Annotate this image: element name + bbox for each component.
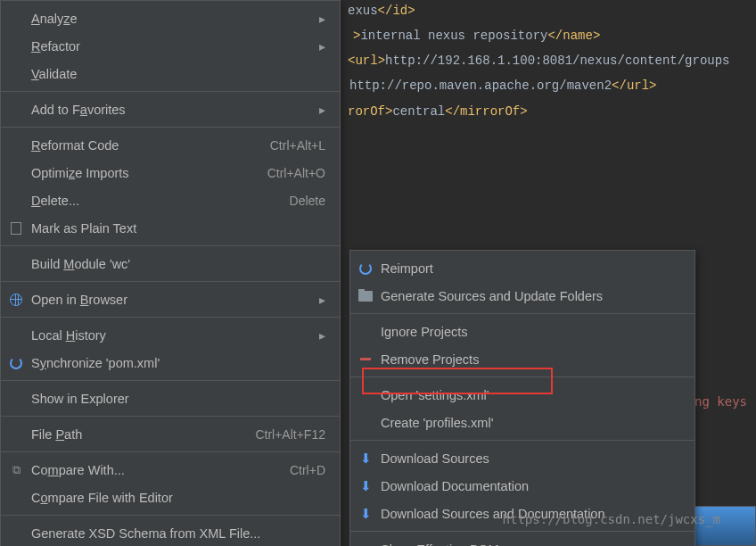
submenu-show-pom[interactable]: Show Effective POM bbox=[350, 535, 694, 546]
shortcut: Ctrl+D bbox=[290, 463, 325, 477]
menu-separator bbox=[350, 440, 694, 441]
submenu-arrow-icon: ▸ bbox=[319, 12, 325, 26]
menu-separator bbox=[1, 317, 340, 318]
menu-reformat[interactable]: Reformat Code Ctrl+Alt+L bbox=[1, 131, 340, 159]
menu-separator bbox=[1, 380, 340, 381]
code-line: >internal nexus repository</name> bbox=[353, 29, 600, 43]
menu-plaintext[interactable]: Mark as Plain Text bbox=[1, 214, 340, 242]
blank-icon bbox=[6, 66, 26, 82]
menu-label: Generate Sources and Update Folders bbox=[381, 289, 680, 303]
menu-label: Create 'profiles.xml' bbox=[381, 416, 680, 430]
blank-icon bbox=[6, 165, 26, 181]
menu-label: Compare With... bbox=[31, 463, 290, 477]
blank-icon bbox=[6, 102, 26, 118]
submenu-generate[interactable]: Generate Sources and Update Folders bbox=[350, 282, 694, 310]
download-icon: ⬇ bbox=[356, 451, 375, 467]
submenu-create-profiles[interactable]: Create 'profiles.xml' bbox=[350, 409, 694, 436]
menu-compare-file[interactable]: Compare File with Editor bbox=[1, 484, 340, 511]
refresh-icon bbox=[356, 261, 375, 277]
download-icon: ⬇ bbox=[356, 478, 375, 494]
code-line: http://repo.maven.apache.org/maven2</url… bbox=[349, 79, 657, 93]
blank-icon bbox=[6, 11, 26, 27]
submenu-arrow-icon: ▸ bbox=[319, 328, 325, 343]
menu-label: Ignore Projects bbox=[381, 325, 680, 339]
menu-filepath[interactable]: File Path Ctrl+Alt+F12 bbox=[1, 420, 340, 448]
folder-icon bbox=[356, 288, 375, 304]
remove-icon bbox=[356, 352, 375, 368]
menu-validate[interactable]: Validate bbox=[1, 60, 340, 87]
refresh-icon bbox=[6, 355, 26, 371]
maven-submenu: Reimport Generate Sources and Update Fol… bbox=[349, 250, 695, 546]
menu-label: Optimize Imports bbox=[31, 166, 267, 180]
blank-icon bbox=[356, 542, 375, 547]
code-line: <url>http://192.168.1.100:8081/nexus/con… bbox=[348, 54, 730, 68]
menu-label: Refactor bbox=[31, 39, 308, 54]
menu-label: Mark as Plain Text bbox=[31, 221, 325, 236]
submenu-arrow-icon: ▸ bbox=[319, 103, 325, 117]
menu-label: File Path bbox=[31, 427, 255, 442]
menu-sync[interactable]: Synchronize 'pom.xml' bbox=[1, 349, 340, 376]
menu-favorites[interactable]: Add to Favorites ▸ bbox=[1, 95, 340, 123]
menu-label: Reimport bbox=[381, 261, 680, 276]
menu-separator bbox=[350, 531, 694, 532]
xml-url: http://192.168.1.100:8081/nexus/content/… bbox=[385, 54, 729, 68]
menu-label: Download Documentation bbox=[381, 479, 680, 493]
submenu-ignore[interactable]: Ignore Projects bbox=[350, 318, 694, 345]
submenu-reimport[interactable]: Reimport bbox=[350, 254, 694, 282]
menu-xsd[interactable]: Generate XSD Schema from XML File... bbox=[1, 519, 340, 546]
shortcut: Delete bbox=[290, 194, 325, 208]
blank-icon bbox=[6, 327, 26, 343]
blank-icon bbox=[6, 391, 26, 407]
menu-label: Open 'settings.xml' bbox=[381, 388, 680, 402]
blank-icon bbox=[6, 525, 26, 542]
submenu-remove[interactable]: Remove Projects bbox=[350, 345, 694, 373]
menu-explorer[interactable]: Show in Explorer bbox=[1, 385, 340, 412]
menu-label: Remove Projects bbox=[381, 352, 680, 367]
submenu-dl-docs[interactable]: ⬇ Download Documentation bbox=[350, 472, 694, 500]
menu-separator bbox=[1, 515, 340, 516]
shortcut: Ctrl+Alt+F12 bbox=[255, 427, 325, 442]
menu-label: Generate XSD Schema from XML File... bbox=[31, 526, 325, 541]
menu-label: Reformat Code bbox=[31, 138, 270, 153]
menu-compare[interactable]: ⧉ Compare With... Ctrl+D bbox=[1, 456, 340, 484]
menu-build[interactable]: Build Module 'wc' bbox=[1, 250, 340, 277]
xml-text: exus bbox=[348, 4, 378, 18]
menu-analyze[interactable]: Analyze ▸ bbox=[1, 4, 340, 32]
code-line: exus</id> bbox=[348, 4, 415, 18]
shortcut: Ctrl+Alt+L bbox=[270, 138, 325, 153]
menu-browser[interactable]: Open in Browser ▸ bbox=[1, 285, 340, 313]
menu-separator bbox=[1, 127, 340, 128]
blank-icon bbox=[356, 324, 375, 340]
blank-icon bbox=[356, 415, 375, 431]
globe-icon bbox=[6, 292, 26, 308]
menu-refactor[interactable]: Refactor ▸ bbox=[1, 32, 340, 60]
submenu-dl-sources[interactable]: ⬇ Download Sources bbox=[350, 444, 694, 472]
menu-separator bbox=[1, 416, 340, 417]
blank-icon bbox=[356, 387, 375, 403]
menu-separator bbox=[1, 245, 340, 246]
blank-icon bbox=[6, 490, 26, 506]
menu-optimize[interactable]: Optimize Imports Ctrl+Alt+O bbox=[1, 159, 340, 186]
menu-label: Build Module 'wc' bbox=[31, 257, 325, 271]
blank-icon bbox=[6, 38, 26, 54]
xml-text: internal nexus repository bbox=[360, 29, 547, 43]
menu-separator bbox=[350, 376, 694, 377]
menu-label: Delete... bbox=[31, 194, 290, 208]
menu-separator bbox=[1, 91, 340, 92]
menu-label: Show Effective POM bbox=[381, 542, 680, 547]
menu-history[interactable]: Local History ▸ bbox=[1, 321, 340, 349]
blank-icon bbox=[6, 426, 26, 443]
submenu-arrow-icon: ▸ bbox=[319, 293, 325, 307]
menu-label: Synchronize 'pom.xml' bbox=[31, 356, 325, 370]
code-line: rorOf>central</mirrorOf> bbox=[348, 104, 528, 119]
menu-label: Open in Browser bbox=[31, 293, 308, 307]
compare-icon: ⧉ bbox=[6, 462, 26, 478]
menu-separator bbox=[1, 451, 340, 452]
submenu-open-settings[interactable]: Open 'settings.xml' bbox=[350, 381, 694, 409]
menu-delete[interactable]: Delete... Delete bbox=[1, 186, 340, 214]
menu-separator bbox=[1, 281, 340, 282]
blank-icon bbox=[6, 193, 26, 209]
blank-icon bbox=[6, 256, 26, 272]
menu-label: Analyze bbox=[31, 12, 308, 26]
xml-url: http://repo.maven.apache.org/maven2 bbox=[349, 79, 612, 93]
